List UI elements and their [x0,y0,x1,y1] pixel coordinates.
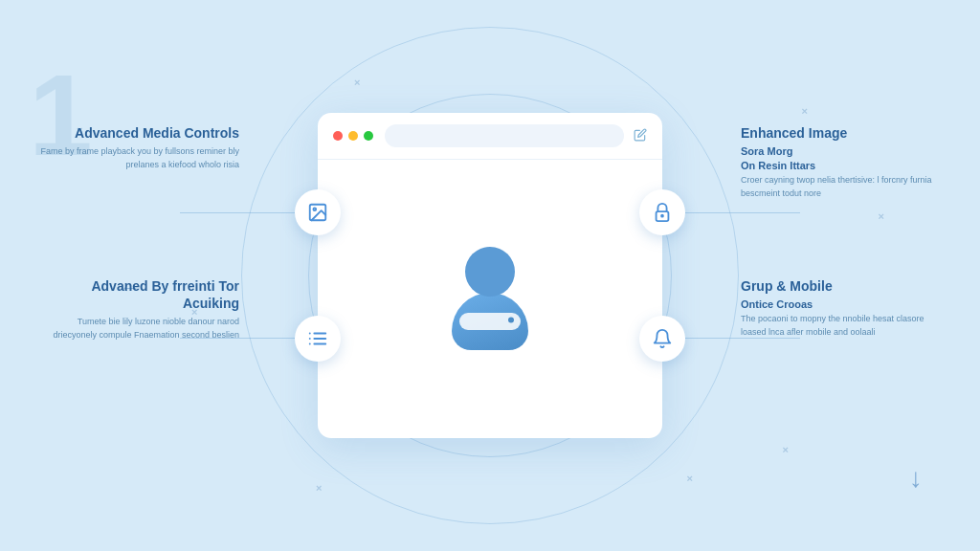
connector-line-right-bottom [685,338,800,339]
feature-left-bottom: Advaned By frreinti Tor Acuiking Tumete … [38,277,239,342]
feature-right-top-title: Enhanced Image [741,124,942,142]
dot-red [333,131,343,141]
browser-window [318,113,662,438]
pin-icon [507,317,515,326]
feature-right-bottom: Grup & Mobile Ontice Crooas The pocaoni … [741,277,942,339]
feature-left-top: Advanced Media Controls Fame by frame pl… [38,124,239,171]
decorative-arrow-down: ↓ [909,463,923,494]
svg-point-1 [313,208,316,210]
feature-right-top-subtitle: Sora Morg [741,145,942,157]
character-body [452,293,528,350]
browser-addressbar[interactable] [385,124,624,147]
character-illustration [452,247,528,350]
feature-left-top-title: Advanced Media Controls [38,124,239,142]
deco-cross-3: × [802,105,808,117]
feature-right-bottom-title: Grup & Mobile [741,277,942,295]
feature-right-top: Enhanced Image Sora Morg On Resin Ittars… [741,124,942,200]
dot-green [364,131,373,141]
character-head [465,247,515,297]
deco-cross-4: × [879,210,884,222]
connector-line-left-bottom [180,338,295,339]
feature-left-bottom-title: Advaned By frreinti Tor Acuiking [38,277,239,312]
deco-cross-6: × [354,77,360,88]
browser-dots [333,131,373,141]
feature-right-bottom-desc: The pocaoni to mopny the nnobile hesat c… [741,313,942,339]
feature-right-top-sub2: On Resin Ittars [741,160,942,171]
deco-cross-8: × [687,473,693,484]
deco-cross-7: × [316,482,322,494]
browser-titlebar [318,113,662,160]
feature-right-bottom-subtitle: Ontice Crooas [741,298,942,310]
dot-yellow [348,131,358,141]
svg-point-10 [508,318,514,323]
deco-cross-5: × [783,444,789,455]
character-search-bar [459,313,521,330]
edit-icon [634,128,647,144]
feature-left-top-desc: Fame by frame playback you by fullsons r… [38,145,239,171]
connector-line-left-top [180,212,295,213]
connector-line-right-top [685,212,800,213]
feature-right-top-desc: Croer cayning twop nelia thertisive: l f… [741,174,942,200]
browser-content [318,160,662,437]
